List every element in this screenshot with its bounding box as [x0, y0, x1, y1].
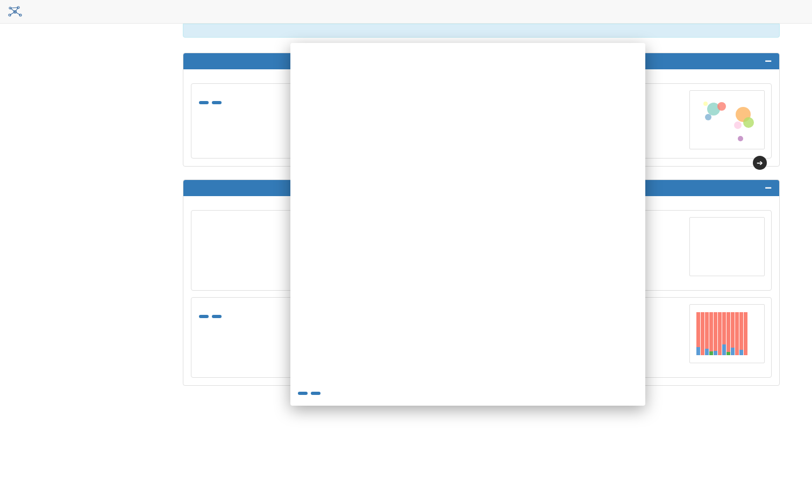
info-summary-box — [183, 24, 780, 38]
brand-network-icon — [8, 5, 23, 18]
svg-rect-37 — [726, 352, 730, 355]
boxplot-chart — [295, 51, 639, 384]
svg-rect-31 — [705, 349, 709, 355]
svg-point-12 — [705, 114, 711, 120]
svg-rect-36 — [709, 351, 713, 355]
svg-rect-27 — [735, 312, 739, 355]
svg-rect-33 — [722, 344, 726, 355]
pdf-button[interactable] — [199, 315, 209, 318]
svg-rect-34 — [731, 348, 735, 355]
svg-point-15 — [734, 121, 742, 129]
svg-rect-23 — [718, 312, 722, 355]
chart-modal — [290, 43, 645, 406]
thumbnail-boxplot[interactable] — [689, 217, 765, 276]
svg-line-8 — [15, 12, 20, 15]
pdf-button[interactable] — [199, 101, 209, 104]
svg-rect-35 — [739, 350, 743, 355]
svg-rect-25 — [726, 312, 730, 355]
brand-logo[interactable] — [5, 5, 23, 18]
collapse-icon[interactable]: − — [765, 59, 772, 64]
svg-line-6 — [15, 8, 18, 12]
chart-container — [290, 43, 645, 387]
svg-rect-30 — [696, 347, 700, 355]
collapse-icon[interactable]: − — [765, 185, 772, 191]
svg-rect-22 — [714, 312, 717, 355]
svg-point-17 — [703, 102, 708, 106]
svg-rect-32 — [714, 351, 717, 355]
svg-line-7 — [10, 12, 15, 15]
modal-png-button[interactable] — [311, 392, 320, 395]
svg-rect-28 — [739, 312, 743, 355]
svg-point-11 — [717, 102, 726, 111]
svg-rect-29 — [744, 312, 747, 355]
svg-point-16 — [738, 136, 743, 141]
svg-line-5 — [10, 8, 15, 12]
png-button[interactable] — [212, 315, 222, 318]
svg-rect-19 — [701, 312, 704, 355]
thumbnail-barplot[interactable] — [689, 304, 765, 363]
carousel-next-icon[interactable]: ➔ — [753, 156, 767, 170]
png-button[interactable] — [212, 101, 222, 104]
svg-point-14 — [743, 117, 754, 128]
navbar — [0, 0, 812, 24]
modal-pdf-button[interactable] — [298, 392, 308, 395]
thumbnail-umap[interactable] — [689, 90, 765, 149]
svg-rect-21 — [709, 312, 713, 355]
